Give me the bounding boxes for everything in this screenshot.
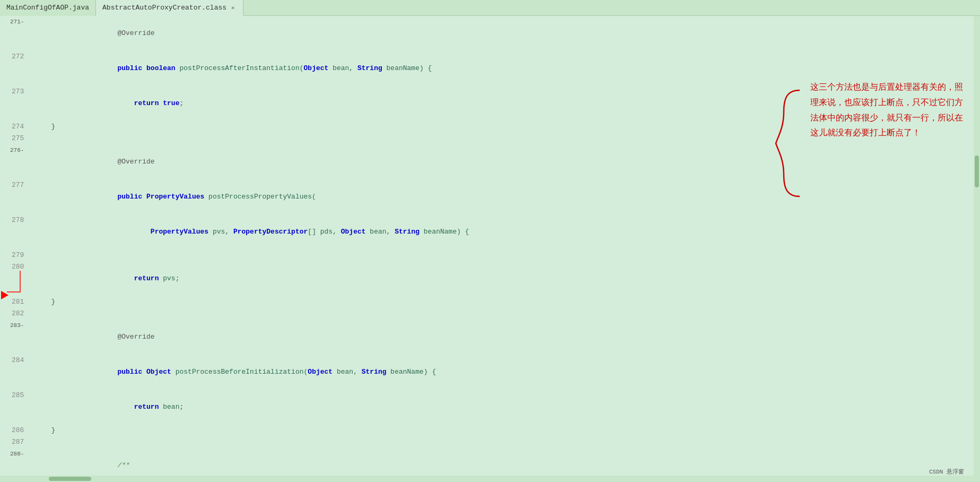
code-line: public PropertyValues postProcessPropert… [30,179,980,214]
content-area: 271- @Override 272 public boolean postPr… [0,16,980,482]
code-area[interactable]: 271- @Override 272 public boolean postPr… [0,16,980,482]
line-number: 277 [0,179,30,214]
table-row: 286 } [0,425,980,436]
horizontal-scrollbar[interactable] [0,476,974,482]
table-row: 279 [0,249,980,261]
tab-close-icon[interactable]: ✕ [230,4,237,12]
bottom-label: CSDN 悬浮窗 [929,468,964,476]
vertical-scrollbar[interactable] [974,16,980,482]
tab-abstract-auto-proxy-label: AbstractAutoProxyCreator.class [102,4,226,12]
code-line: return pvs; [30,261,980,296]
table-row: 287 [0,436,980,448]
tab-bar: MainConfigOfAOP.java AbstractAutoProxyCr… [0,0,980,16]
h-scrollbar-thumb[interactable] [49,477,91,481]
line-number: 280 [0,261,30,296]
table-row: 284 public Object postProcessBeforeIniti… [0,355,980,390]
tab-main-config[interactable]: MainConfigOfAOP.java [0,0,96,16]
table-row: 271- @Override [0,16,980,51]
code-table: 271- @Override 272 public boolean postPr… [0,16,980,482]
line-number: 285 [0,390,30,425]
line-number: 278 [0,214,30,249]
code-line: public Object postProcessBeforeInitializ… [30,355,980,390]
table-row: 281 } [0,296,980,308]
code-line [30,249,980,261]
line-number: 283- [0,320,30,355]
code-line [30,308,980,320]
table-row: 280 return pvs; [0,261,980,296]
line-number: 284 [0,355,30,390]
line-number: 279 [0,249,30,261]
code-line: } [30,121,980,133]
code-line: } [30,425,980,436]
table-row: 278 PropertyValues pvs, PropertyDescript… [0,214,980,249]
line-number: 276- [0,144,30,179]
code-line: @Override [30,16,980,51]
table-row: 277 public PropertyValues postProcessPro… [0,179,980,214]
line-number: 287 [0,436,30,448]
line-number: 281 [0,296,30,308]
table-row: 274 } [0,121,980,133]
table-row: 283- @Override [0,320,980,355]
table-row: 273 return true; [0,86,980,121]
code-line: } [30,296,980,308]
table-row: 282 [0,308,980,320]
code-line: PropertyValues pvs, PropertyDescriptor[]… [30,214,980,249]
line-number: 273 [0,86,30,121]
table-row: 275 [0,133,980,144]
code-line: @Override [30,320,980,355]
line-number: 272 [0,51,30,86]
line-number: 271- [0,16,30,51]
table-row: 272 public boolean postProcessAfterInsta… [0,51,980,86]
editor-container: MainConfigOfAOP.java AbstractAutoProxyCr… [0,0,980,482]
line-number: 275 [0,133,30,144]
line-number: 286 [0,425,30,436]
line-number: 274 [0,121,30,133]
scrollbar-thumb[interactable] [975,156,979,187]
tab-main-config-label: MainConfigOfAOP.java [6,4,89,12]
tab-abstract-auto-proxy[interactable]: AbstractAutoProxyCreator.class ✕ [96,0,243,16]
table-row: 285 return bean; [0,390,980,425]
code-line: return bean; [30,390,980,425]
table-row: 276- @Override [0,144,980,179]
code-line: public boolean postProcessAfterInstantia… [30,51,980,86]
code-line: return true; [30,86,980,121]
code-line [30,436,980,448]
code-line: @Override [30,144,980,179]
code-scroll[interactable]: 271- @Override 272 public boolean postPr… [0,16,980,482]
code-line [30,133,980,144]
line-number: 282 [0,308,30,320]
